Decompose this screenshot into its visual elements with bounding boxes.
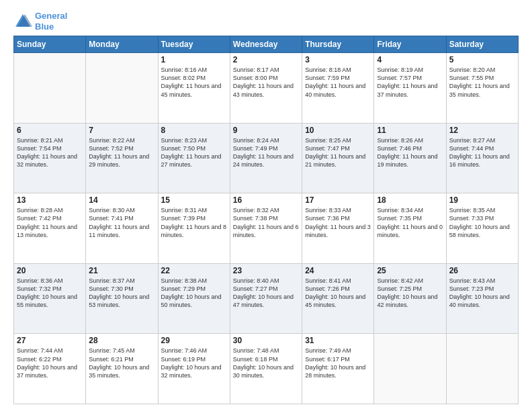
calendar-cell: 28Sunrise: 7:45 AM Sunset: 6:21 PM Dayli… [86, 334, 158, 404]
day-number: 9 [233, 126, 299, 135]
day-info: Sunrise: 8:34 AM Sunset: 7:35 PM Dayligh… [377, 206, 443, 239]
day-info: Sunrise: 8:33 AM Sunset: 7:36 PM Dayligh… [305, 206, 371, 239]
calendar-cell [374, 334, 446, 404]
calendar-cell: 6Sunrise: 8:21 AM Sunset: 7:54 PM Daylig… [14, 123, 86, 193]
day-info: Sunrise: 7:49 AM Sunset: 6:17 PM Dayligh… [305, 347, 371, 379]
calendar-cell: 5Sunrise: 8:20 AM Sunset: 7:55 PM Daylig… [446, 53, 518, 124]
day-number: 12 [449, 126, 515, 135]
day-info: Sunrise: 8:24 AM Sunset: 7:49 PM Dayligh… [233, 136, 299, 169]
calendar-cell: 25Sunrise: 8:42 AM Sunset: 7:25 PM Dayli… [374, 263, 446, 334]
calendar-cell: 10Sunrise: 8:25 AM Sunset: 7:47 PM Dayli… [302, 123, 374, 193]
day-number: 6 [17, 126, 83, 135]
day-info: Sunrise: 8:40 AM Sunset: 7:27 PM Dayligh… [233, 277, 299, 310]
calendar-cell: 17Sunrise: 8:33 AM Sunset: 7:36 PM Dayli… [302, 193, 374, 264]
day-info: Sunrise: 8:27 AM Sunset: 7:44 PM Dayligh… [449, 136, 515, 169]
day-number: 16 [233, 195, 299, 205]
day-info: Sunrise: 7:46 AM Sunset: 6:19 PM Dayligh… [161, 347, 227, 379]
calendar-header-row: SundayMondayTuesdayWednesdayThursdayFrid… [14, 36, 519, 53]
calendar-cell: 8Sunrise: 8:23 AM Sunset: 7:50 PM Daylig… [158, 123, 230, 193]
calendar-cell: 15Sunrise: 8:31 AM Sunset: 7:39 PM Dayli… [158, 193, 230, 264]
day-number: 17 [305, 195, 371, 205]
calendar-cell: 24Sunrise: 8:41 AM Sunset: 7:26 PM Dayli… [302, 263, 374, 334]
day-number: 4 [377, 55, 443, 64]
day-number: 3 [305, 55, 371, 64]
day-info: Sunrise: 8:31 AM Sunset: 7:39 PM Dayligh… [161, 206, 227, 239]
day-number: 2 [233, 55, 299, 64]
calendar-cell: 30Sunrise: 7:48 AM Sunset: 6:18 PM Dayli… [230, 334, 302, 404]
calendar-cell: 16Sunrise: 8:32 AM Sunset: 7:38 PM Dayli… [230, 193, 302, 264]
calendar-week-row: 27Sunrise: 7:44 AM Sunset: 6:22 PM Dayli… [14, 334, 519, 404]
logo-text: General Blue [35, 11, 67, 32]
day-info: Sunrise: 7:44 AM Sunset: 6:22 PM Dayligh… [17, 347, 83, 379]
logo-icon [13, 12, 32, 31]
day-info: Sunrise: 8:36 AM Sunset: 7:32 PM Dayligh… [17, 277, 83, 310]
calendar-cell: 13Sunrise: 8:28 AM Sunset: 7:42 PM Dayli… [14, 193, 86, 264]
day-number: 22 [161, 266, 227, 275]
day-info: Sunrise: 8:20 AM Sunset: 7:55 PM Dayligh… [449, 66, 515, 99]
day-info: Sunrise: 8:37 AM Sunset: 7:30 PM Dayligh… [89, 277, 154, 310]
day-info: Sunrise: 8:42 AM Sunset: 7:25 PM Dayligh… [377, 277, 443, 310]
day-number: 13 [17, 195, 83, 205]
day-info: Sunrise: 8:43 AM Sunset: 7:23 PM Dayligh… [449, 277, 515, 310]
day-number: 21 [89, 266, 154, 275]
day-number: 20 [17, 266, 83, 275]
day-info: Sunrise: 8:30 AM Sunset: 7:41 PM Dayligh… [89, 206, 154, 239]
day-number: 11 [377, 126, 443, 135]
calendar-cell: 19Sunrise: 8:35 AM Sunset: 7:33 PM Dayli… [446, 193, 518, 264]
calendar-week-row: 6Sunrise: 8:21 AM Sunset: 7:54 PM Daylig… [14, 123, 519, 193]
day-number: 27 [17, 336, 83, 345]
calendar-cell: 18Sunrise: 8:34 AM Sunset: 7:35 PM Dayli… [374, 193, 446, 264]
day-of-week-header: Thursday [302, 36, 374, 53]
day-info: Sunrise: 8:41 AM Sunset: 7:26 PM Dayligh… [305, 277, 371, 310]
day-number: 29 [161, 336, 227, 345]
day-of-week-header: Sunday [14, 36, 86, 53]
calendar-cell: 2Sunrise: 8:17 AM Sunset: 8:00 PM Daylig… [230, 53, 302, 124]
calendar-cell: 14Sunrise: 8:30 AM Sunset: 7:41 PM Dayli… [86, 193, 158, 264]
calendar-cell: 11Sunrise: 8:26 AM Sunset: 7:46 PM Dayli… [374, 123, 446, 193]
calendar-cell: 31Sunrise: 7:49 AM Sunset: 6:17 PM Dayli… [302, 334, 374, 404]
day-number: 8 [161, 126, 227, 135]
day-number: 14 [89, 195, 154, 205]
day-info: Sunrise: 8:38 AM Sunset: 7:29 PM Dayligh… [161, 277, 227, 310]
calendar-cell [86, 53, 158, 124]
calendar-week-row: 1Sunrise: 8:16 AM Sunset: 8:02 PM Daylig… [14, 53, 519, 124]
day-info: Sunrise: 8:22 AM Sunset: 7:52 PM Dayligh… [89, 136, 154, 169]
day-info: Sunrise: 8:35 AM Sunset: 7:33 PM Dayligh… [449, 206, 515, 239]
calendar-cell: 26Sunrise: 8:43 AM Sunset: 7:23 PM Dayli… [446, 263, 518, 334]
day-number: 7 [89, 126, 154, 135]
day-of-week-header: Tuesday [158, 36, 230, 53]
day-number: 18 [377, 195, 443, 205]
calendar-cell: 1Sunrise: 8:16 AM Sunset: 8:02 PM Daylig… [158, 53, 230, 124]
day-number: 25 [377, 266, 443, 275]
day-number: 1 [161, 55, 227, 64]
calendar-cell [14, 53, 86, 124]
calendar-table: SundayMondayTuesdayWednesdayThursdayFrid… [13, 36, 519, 404]
day-number: 26 [449, 266, 515, 275]
day-number: 23 [233, 266, 299, 275]
day-info: Sunrise: 8:16 AM Sunset: 8:02 PM Dayligh… [161, 66, 227, 99]
day-info: Sunrise: 8:18 AM Sunset: 7:59 PM Dayligh… [305, 66, 371, 99]
calendar-week-row: 13Sunrise: 8:28 AM Sunset: 7:42 PM Dayli… [14, 193, 519, 264]
day-info: Sunrise: 7:48 AM Sunset: 6:18 PM Dayligh… [233, 347, 299, 379]
calendar-cell: 12Sunrise: 8:27 AM Sunset: 7:44 PM Dayli… [446, 123, 518, 193]
calendar-week-row: 20Sunrise: 8:36 AM Sunset: 7:32 PM Dayli… [14, 263, 519, 334]
day-number: 19 [449, 195, 515, 205]
day-info: Sunrise: 8:21 AM Sunset: 7:54 PM Dayligh… [17, 136, 83, 169]
day-info: Sunrise: 8:25 AM Sunset: 7:47 PM Dayligh… [305, 136, 371, 169]
day-number: 31 [305, 336, 371, 345]
day-of-week-header: Friday [374, 36, 446, 53]
calendar-cell: 29Sunrise: 7:46 AM Sunset: 6:19 PM Dayli… [158, 334, 230, 404]
day-info: Sunrise: 8:17 AM Sunset: 8:00 PM Dayligh… [233, 66, 299, 99]
day-number: 5 [449, 55, 515, 64]
calendar-cell: 23Sunrise: 8:40 AM Sunset: 7:27 PM Dayli… [230, 263, 302, 334]
day-info: Sunrise: 8:23 AM Sunset: 7:50 PM Dayligh… [161, 136, 227, 169]
day-number: 10 [305, 126, 371, 135]
logo: General Blue [13, 11, 67, 32]
day-of-week-header: Monday [86, 36, 158, 53]
day-number: 28 [89, 336, 154, 345]
calendar-cell: 22Sunrise: 8:38 AM Sunset: 7:29 PM Dayli… [158, 263, 230, 334]
day-info: Sunrise: 7:45 AM Sunset: 6:21 PM Dayligh… [89, 347, 154, 379]
calendar-cell: 20Sunrise: 8:36 AM Sunset: 7:32 PM Dayli… [14, 263, 86, 334]
calendar-cell: 21Sunrise: 8:37 AM Sunset: 7:30 PM Dayli… [86, 263, 158, 334]
page: General Blue SundayMondayTuesdayWednesda… [0, 0, 532, 411]
